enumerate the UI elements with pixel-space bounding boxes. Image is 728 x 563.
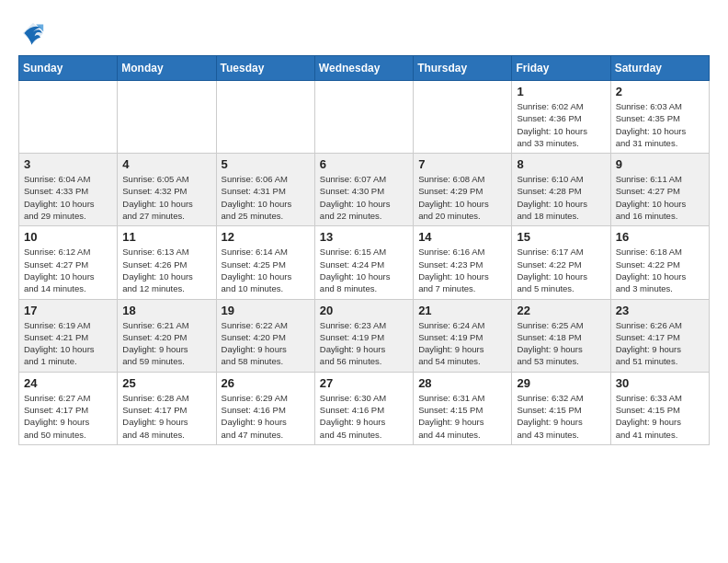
calendar-cell: 24Sunrise: 6:27 AM Sunset: 4:17 PM Dayli… — [19, 372, 118, 444]
day-info: Sunrise: 6:13 AM Sunset: 4:26 PM Dayligh… — [122, 246, 210, 294]
day-info: Sunrise: 6:21 AM Sunset: 4:20 PM Dayligh… — [122, 319, 210, 368]
day-number: 26 — [222, 376, 310, 390]
day-number: 12 — [222, 230, 310, 244]
calendar-cell: 27Sunrise: 6:30 AM Sunset: 4:16 PM Dayli… — [314, 372, 413, 444]
weekday-header-friday: Friday — [512, 56, 610, 81]
day-info: Sunrise: 6:22 AM Sunset: 4:20 PM Dayligh… — [222, 319, 310, 368]
logo-icon — [18, 18, 48, 48]
day-number: 16 — [616, 230, 704, 244]
page: SundayMondayTuesdayWednesdayThursdayFrid… — [0, 0, 728, 464]
calendar-cell: 11Sunrise: 6:13 AM Sunset: 4:26 PM Dayli… — [118, 226, 216, 299]
day-number: 17 — [24, 304, 112, 317]
day-number: 13 — [320, 230, 408, 244]
week-row-4: 24Sunrise: 6:27 AM Sunset: 4:17 PM Dayli… — [19, 372, 710, 444]
calendar-cell: 8Sunrise: 6:10 AM Sunset: 4:28 PM Daylig… — [512, 154, 610, 226]
calendar-cell: 28Sunrise: 6:31 AM Sunset: 4:15 PM Dayli… — [414, 372, 512, 444]
calendar-cell: 26Sunrise: 6:29 AM Sunset: 4:16 PM Dayli… — [216, 372, 314, 444]
day-number: 27 — [320, 376, 408, 390]
calendar-cell: 17Sunrise: 6:19 AM Sunset: 4:21 PM Dayli… — [19, 299, 118, 372]
calendar-cell — [216, 81, 314, 154]
day-number: 4 — [122, 157, 210, 171]
day-info: Sunrise: 6:31 AM Sunset: 4:15 PM Dayligh… — [418, 392, 506, 441]
day-number: 5 — [222, 157, 310, 171]
day-info: Sunrise: 6:04 AM Sunset: 4:33 PM Dayligh… — [24, 173, 112, 222]
weekday-header-saturday: Saturday — [610, 56, 709, 81]
day-number: 14 — [418, 230, 506, 244]
calendar-cell: 13Sunrise: 6:15 AM Sunset: 4:24 PM Dayli… — [314, 226, 413, 299]
day-info: Sunrise: 6:32 AM Sunset: 4:15 PM Dayligh… — [517, 392, 605, 441]
calendar-cell — [118, 81, 216, 154]
weekday-header-row: SundayMondayTuesdayWednesdayThursdayFrid… — [19, 56, 710, 81]
calendar-cell: 22Sunrise: 6:25 AM Sunset: 4:18 PM Dayli… — [512, 299, 610, 372]
weekday-header-sunday: Sunday — [19, 56, 118, 81]
day-info: Sunrise: 6:10 AM Sunset: 4:28 PM Dayligh… — [517, 173, 605, 222]
day-info: Sunrise: 6:06 AM Sunset: 4:31 PM Dayligh… — [222, 173, 310, 222]
calendar-cell: 15Sunrise: 6:17 AM Sunset: 4:22 PM Dayli… — [512, 226, 610, 299]
day-info: Sunrise: 6:33 AM Sunset: 4:15 PM Dayligh… — [616, 392, 704, 441]
day-info: Sunrise: 6:23 AM Sunset: 4:19 PM Dayligh… — [320, 319, 408, 368]
weekday-header-wednesday: Wednesday — [314, 56, 413, 81]
day-number: 8 — [517, 157, 605, 171]
calendar-cell: 30Sunrise: 6:33 AM Sunset: 4:15 PM Dayli… — [610, 372, 709, 444]
day-number: 30 — [616, 376, 704, 390]
day-number: 21 — [418, 304, 506, 317]
day-number: 6 — [320, 157, 408, 171]
day-info: Sunrise: 6:17 AM Sunset: 4:22 PM Dayligh… — [517, 246, 605, 294]
calendar-cell: 29Sunrise: 6:32 AM Sunset: 4:15 PM Dayli… — [512, 372, 610, 444]
week-row-3: 17Sunrise: 6:19 AM Sunset: 4:21 PM Dayli… — [19, 299, 710, 372]
week-row-2: 10Sunrise: 6:12 AM Sunset: 4:27 PM Dayli… — [19, 226, 710, 299]
calendar-cell: 6Sunrise: 6:07 AM Sunset: 4:30 PM Daylig… — [314, 154, 413, 226]
calendar-cell: 19Sunrise: 6:22 AM Sunset: 4:20 PM Dayli… — [216, 299, 314, 372]
calendar-cell: 1Sunrise: 6:02 AM Sunset: 4:36 PM Daylig… — [512, 81, 610, 154]
weekday-header-thursday: Thursday — [414, 56, 512, 81]
day-number: 25 — [122, 376, 210, 390]
calendar-cell — [414, 81, 512, 154]
day-info: Sunrise: 6:18 AM Sunset: 4:22 PM Dayligh… — [616, 246, 704, 294]
day-number: 23 — [616, 304, 704, 317]
day-info: Sunrise: 6:25 AM Sunset: 4:18 PM Dayligh… — [517, 319, 605, 368]
day-info: Sunrise: 6:07 AM Sunset: 4:30 PM Dayligh… — [320, 173, 408, 222]
day-info: Sunrise: 6:30 AM Sunset: 4:16 PM Dayligh… — [320, 392, 408, 441]
day-number: 24 — [24, 376, 112, 390]
day-number: 7 — [418, 157, 506, 171]
day-number: 2 — [616, 85, 704, 98]
day-number: 18 — [122, 304, 210, 317]
week-row-1: 3Sunrise: 6:04 AM Sunset: 4:33 PM Daylig… — [19, 154, 710, 226]
day-info: Sunrise: 6:05 AM Sunset: 4:32 PM Dayligh… — [122, 173, 210, 222]
day-info: Sunrise: 6:27 AM Sunset: 4:17 PM Dayligh… — [24, 392, 112, 441]
day-info: Sunrise: 6:11 AM Sunset: 4:27 PM Dayligh… — [616, 173, 704, 222]
day-number: 3 — [24, 157, 112, 171]
calendar-cell: 12Sunrise: 6:14 AM Sunset: 4:25 PM Dayli… — [216, 226, 314, 299]
day-number: 10 — [24, 230, 112, 244]
day-number: 1 — [517, 85, 605, 98]
day-number: 11 — [122, 230, 210, 244]
day-info: Sunrise: 6:15 AM Sunset: 4:24 PM Dayligh… — [320, 246, 408, 294]
day-info: Sunrise: 6:24 AM Sunset: 4:19 PM Dayligh… — [418, 319, 506, 368]
calendar-cell: 23Sunrise: 6:26 AM Sunset: 4:17 PM Dayli… — [610, 299, 709, 372]
calendar: SundayMondayTuesdayWednesdayThursdayFrid… — [18, 55, 710, 445]
calendar-cell: 9Sunrise: 6:11 AM Sunset: 4:27 PM Daylig… — [610, 154, 709, 226]
calendar-cell: 14Sunrise: 6:16 AM Sunset: 4:23 PM Dayli… — [414, 226, 512, 299]
day-info: Sunrise: 6:12 AM Sunset: 4:27 PM Dayligh… — [24, 246, 112, 294]
calendar-cell: 21Sunrise: 6:24 AM Sunset: 4:19 PM Dayli… — [414, 299, 512, 372]
calendar-cell: 10Sunrise: 6:12 AM Sunset: 4:27 PM Dayli… — [19, 226, 118, 299]
day-number: 15 — [517, 230, 605, 244]
calendar-cell — [314, 81, 413, 154]
day-info: Sunrise: 6:03 AM Sunset: 4:35 PM Dayligh… — [616, 100, 704, 149]
day-number: 9 — [616, 157, 704, 171]
calendar-cell: 3Sunrise: 6:04 AM Sunset: 4:33 PM Daylig… — [19, 154, 118, 226]
day-info: Sunrise: 6:19 AM Sunset: 4:21 PM Dayligh… — [24, 319, 112, 368]
day-number: 22 — [517, 304, 605, 317]
day-number: 28 — [418, 376, 506, 390]
calendar-cell: 16Sunrise: 6:18 AM Sunset: 4:22 PM Dayli… — [610, 226, 709, 299]
calendar-cell: 5Sunrise: 6:06 AM Sunset: 4:31 PM Daylig… — [216, 154, 314, 226]
calendar-cell: 20Sunrise: 6:23 AM Sunset: 4:19 PM Dayli… — [314, 299, 413, 372]
header — [18, 15, 710, 48]
day-number: 19 — [222, 304, 310, 317]
logo — [18, 18, 51, 48]
calendar-cell — [19, 81, 118, 154]
day-info: Sunrise: 6:29 AM Sunset: 4:16 PM Dayligh… — [222, 392, 310, 441]
weekday-header-tuesday: Tuesday — [216, 56, 314, 81]
calendar-cell: 18Sunrise: 6:21 AM Sunset: 4:20 PM Dayli… — [118, 299, 216, 372]
day-info: Sunrise: 6:26 AM Sunset: 4:17 PM Dayligh… — [616, 319, 704, 368]
